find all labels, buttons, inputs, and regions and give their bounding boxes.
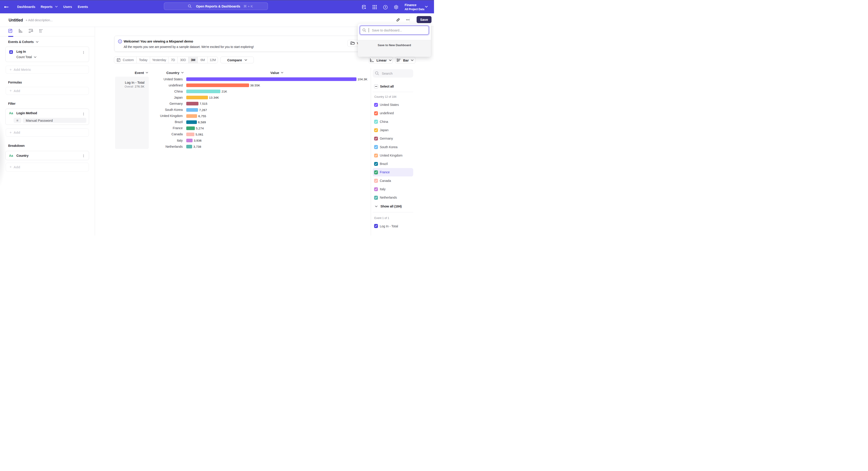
svg-text:?: ? bbox=[384, 6, 386, 8]
